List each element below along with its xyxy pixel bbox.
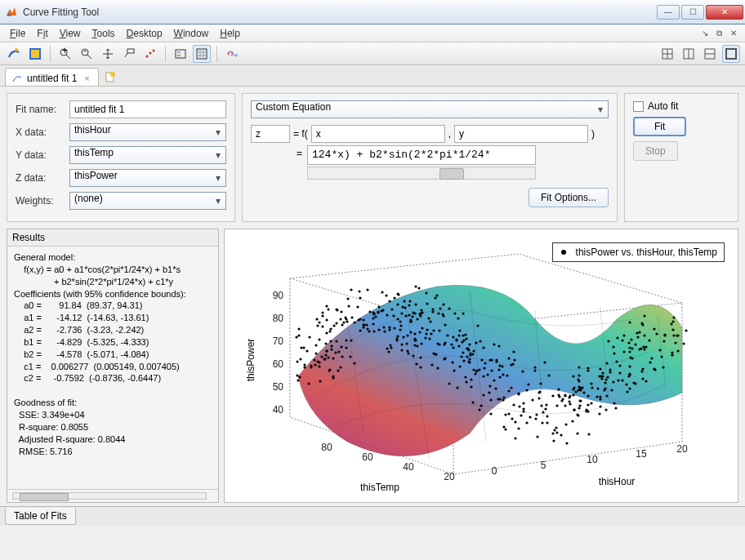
zoom-out-icon[interactable]: -: [78, 45, 96, 63]
menu-file[interactable]: File: [5, 26, 30, 41]
svg-point-184: [377, 305, 380, 308]
svg-point-355: [488, 384, 491, 387]
menu-desktop[interactable]: Desktop: [122, 26, 167, 41]
svg-point-525: [587, 367, 589, 369]
mdi-minimize-icon[interactable]: ↘: [698, 29, 712, 38]
tile-1-icon[interactable]: [658, 45, 676, 63]
fit-options-button[interactable]: Fit Options...: [529, 188, 609, 207]
svg-point-541: [610, 389, 613, 391]
plot-legend[interactable]: thisPower vs. thisHour, thisTemp: [552, 242, 725, 262]
autofit-checkbox[interactable]: Auto fit: [633, 100, 678, 112]
svg-point-69: [374, 315, 377, 318]
legend-icon[interactable]: [172, 45, 190, 63]
menu-view[interactable]: View: [55, 26, 86, 41]
svg-point-486: [390, 346, 392, 349]
svg-point-457: [495, 360, 497, 362]
svg-point-56: [645, 345, 647, 348]
fit-type-select[interactable]: Custom Equation: [251, 100, 609, 118]
svg-point-342: [676, 349, 679, 352]
surface-plot: 4050 6070 8090 thisPower 05 1015 20: [225, 229, 731, 499]
grid-icon[interactable]: [193, 45, 211, 63]
yvar-input[interactable]: [454, 125, 588, 143]
tab-close-icon[interactable]: ×: [82, 73, 91, 83]
svg-point-229: [574, 390, 577, 393]
svg-point-94: [609, 368, 611, 371]
svg-point-102: [337, 350, 340, 353]
zoom-in-icon[interactable]: +: [56, 45, 74, 63]
ydata-select[interactable]: thisTemp: [69, 146, 226, 164]
new-fit-icon[interactable]: [5, 45, 23, 63]
residuals-icon[interactable]: [223, 45, 241, 63]
fit-button[interactable]: Fit: [633, 117, 686, 136]
results-body: General model: f(x,y) = a0 + a1*cos(2*pi…: [7, 247, 218, 489]
svg-point-308: [533, 369, 536, 371]
equation-input[interactable]: 124*x) + b2*sin(2*2*pi*1/24*: [307, 145, 536, 165]
svg-point-406: [640, 370, 643, 372]
menu-window[interactable]: Window: [169, 26, 214, 41]
exclude-icon[interactable]: [141, 45, 159, 63]
svg-point-535: [335, 340, 337, 342]
svg-point-62: [411, 315, 413, 318]
svg-point-359: [413, 312, 416, 314]
svg-point-186: [436, 342, 439, 344]
svg-point-398: [547, 374, 550, 376]
svg-point-519: [303, 363, 306, 366]
tile-2-icon[interactable]: [680, 45, 698, 63]
svg-point-311: [480, 358, 483, 361]
datatip-icon[interactable]: [120, 45, 138, 63]
tab-table-of-fits[interactable]: Table of Fits: [5, 508, 76, 525]
svg-point-266: [402, 336, 404, 338]
svg-point-423: [313, 358, 315, 361]
weights-select[interactable]: (none): [69, 192, 226, 210]
svg-point-222: [628, 387, 631, 389]
new-tab-button[interactable]: [101, 69, 119, 85]
close-button[interactable]: ✕: [706, 5, 743, 20]
svg-point-162: [368, 330, 370, 332]
svg-point-253: [405, 342, 408, 344]
results-scrollbar[interactable]: [12, 492, 207, 500]
svg-point-375: [579, 399, 582, 402]
pan-icon[interactable]: [99, 45, 117, 63]
svg-point-263: [564, 393, 566, 396]
zdata-select[interactable]: thisPower: [69, 169, 226, 187]
svg-point-258: [628, 346, 631, 349]
svg-point-154: [353, 362, 355, 364]
svg-point-48: [590, 402, 592, 404]
svg-point-466: [525, 421, 528, 424]
menu-tools[interactable]: Tools: [87, 26, 120, 41]
svg-text:80: 80: [273, 313, 284, 324]
svg-point-206: [345, 339, 347, 341]
svg-point-482: [502, 398, 504, 401]
svg-point-435: [629, 356, 631, 358]
svg-point-408: [510, 386, 512, 389]
menu-help[interactable]: Help: [215, 26, 245, 41]
mdi-restore-icon[interactable]: ⧉: [713, 29, 725, 38]
tile-3-icon[interactable]: [701, 45, 719, 63]
menu-fit[interactable]: Fit: [32, 26, 52, 41]
svg-text:20: 20: [676, 443, 688, 455]
minimize-button[interactable]: —: [657, 5, 680, 20]
xdata-select[interactable]: thisHour: [69, 123, 226, 141]
svg-point-208: [498, 364, 501, 367]
svg-point-372: [356, 305, 359, 308]
svg-point-460: [372, 317, 374, 319]
mdi-close-icon[interactable]: ✕: [727, 29, 740, 38]
svg-point-315: [393, 327, 395, 329]
svg-point-537: [521, 370, 524, 372]
xvar-input[interactable]: [311, 125, 445, 143]
svg-point-326: [546, 415, 548, 417]
equation-scrollbar[interactable]: [307, 167, 536, 180]
open-fit-icon[interactable]: [26, 45, 44, 63]
svg-point-520: [612, 380, 614, 383]
zvar-input[interactable]: [251, 125, 290, 143]
svg-point-153: [605, 362, 608, 364]
svg-point-400: [366, 288, 368, 291]
tab-untitled-fit-1[interactable]: untitled fit 1 ×: [5, 68, 99, 86]
fitname-input[interactable]: [69, 100, 226, 118]
svg-point-96: [615, 360, 618, 362]
svg-point-161: [424, 336, 426, 339]
svg-point-230: [297, 327, 300, 330]
maximize-button[interactable]: ☐: [681, 5, 704, 20]
tile-single-icon[interactable]: [722, 45, 740, 63]
plot-panel[interactable]: thisPower vs. thisHour, thisTemp 4050 60…: [224, 229, 738, 503]
